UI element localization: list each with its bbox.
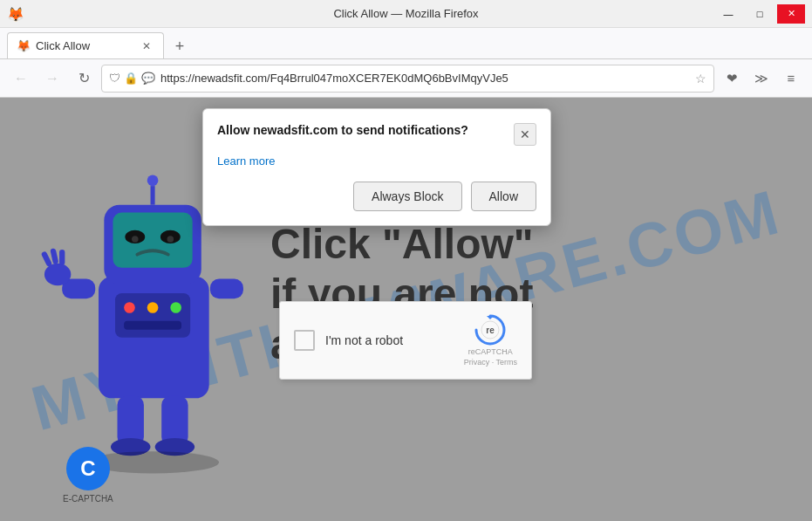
urlbar[interactable]: 🛡 🔒 💬 https://newadsfit.com/Fq4Brrul047m… [101, 65, 714, 93]
svg-point-15 [44, 263, 71, 284]
pocket-button[interactable]: ❤ [718, 65, 746, 93]
tabbar: 🦊 Click Allow ✕ + [0, 28, 812, 59]
svg-line-16 [44, 254, 49, 263]
svg-rect-2 [113, 212, 192, 267]
recaptcha-privacy-link[interactable]: Privacy [464, 358, 490, 367]
close-button[interactable]: ✕ [777, 4, 805, 24]
lock-icon: 🔒 [124, 72, 138, 85]
svg-point-5 [132, 236, 139, 243]
titlebar: 🦊 Click Allow — Mozilla Firefox — □ ✕ [0, 0, 812, 28]
popup-buttons: Always Block Allow [217, 182, 536, 211]
minimize-button[interactable]: — [714, 4, 742, 24]
notification-icon: 💬 [141, 72, 155, 85]
shield-icon: 🛡 [109, 72, 120, 85]
recaptcha-checkbox[interactable] [294, 330, 315, 351]
recaptcha-logo-icon: re [474, 314, 506, 346]
ecaptcha-badge: C E-CAPTCHA [63, 447, 113, 504]
recaptcha-branding: re reCAPTCHA Privacy · Terms [464, 314, 517, 367]
svg-rect-9 [115, 293, 190, 338]
popup-learn-more-link[interactable]: Learn more [217, 154, 536, 168]
forward-button[interactable]: → [38, 65, 66, 93]
recaptcha-links: Privacy · Terms [464, 358, 517, 367]
bookmark-star-icon[interactable]: ☆ [695, 72, 706, 86]
notification-popup: Allow newadsfit.com to send notification… [202, 108, 551, 226]
svg-line-17 [53, 250, 56, 260]
svg-point-6 [167, 236, 174, 243]
navbar: ← → ↻ 🛡 🔒 💬 https://newadsfit.com/Fq4Brr… [0, 59, 812, 98]
svg-text:re: re [487, 326, 495, 335]
recaptcha-brand-text: reCAPTCHA [468, 347, 513, 356]
tab-click-allow[interactable]: 🦊 Click Allow ✕ [7, 32, 164, 58]
extensions-button[interactable]: ≫ [747, 65, 775, 93]
new-tab-button[interactable]: + [167, 34, 192, 58]
tab-title: Click Allow [36, 39, 90, 52]
popup-header: Allow newadsfit.com to send notification… [217, 123, 536, 146]
titlebar-left: 🦊 [7, 6, 23, 22]
recaptcha-separator: · [489, 358, 495, 367]
tab-close-button[interactable]: ✕ [139, 38, 154, 54]
recaptcha-terms-link[interactable]: Terms [496, 358, 518, 367]
titlebar-title: Click Allow — Mozilla Firefox [333, 7, 478, 20]
recaptcha-label: I'm not a robot [325, 333, 464, 347]
svg-rect-13 [124, 320, 181, 329]
menu-button[interactable]: ≡ [777, 65, 805, 93]
svg-point-11 [147, 302, 159, 313]
recaptcha-widget: I'm not a robot re reCAPTCHA Privacy · T… [279, 301, 532, 380]
svg-point-12 [170, 302, 181, 313]
maximize-button[interactable]: □ [746, 4, 774, 24]
tab-favicon-icon: 🦊 [17, 39, 31, 53]
allow-button[interactable]: Allow [471, 182, 536, 211]
ecaptcha-label-text: E-CAPTCHA [63, 494, 113, 504]
reload-button[interactable]: ↻ [70, 65, 98, 93]
page-content: MYANTISPYWARE.COM [0, 98, 812, 521]
popup-title: Allow newadsfit.com to send notification… [217, 123, 514, 137]
url-text: https://newadsfit.com/Fq4Brrul047moXCER7… [160, 72, 690, 85]
svg-rect-19 [210, 278, 243, 298]
back-button[interactable]: ← [7, 65, 35, 93]
page-heading-line1: Click "Allow" [270, 219, 534, 270]
svg-point-8 [147, 175, 159, 186]
titlebar-controls: — □ ✕ [714, 4, 805, 24]
firefox-logo-icon: 🦊 [7, 6, 23, 22]
url-security-icons: 🛡 🔒 💬 [109, 72, 155, 85]
svg-point-10 [124, 302, 135, 313]
always-block-button[interactable]: Always Block [353, 182, 461, 211]
navbar-right: ❤ ≫ ≡ [718, 65, 805, 93]
popup-close-button[interactable]: ✕ [514, 123, 536, 146]
ecaptcha-logo-icon: C [66, 447, 110, 490]
